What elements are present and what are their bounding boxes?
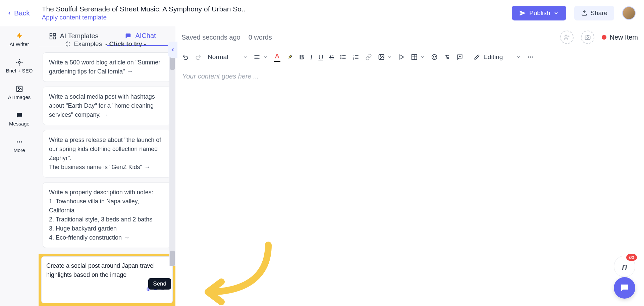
new-item-indicator[interactable]: New Item bbox=[602, 34, 638, 41]
rail-more[interactable]: More bbox=[0, 136, 39, 155]
send-icon bbox=[519, 10, 526, 16]
back-button[interactable]: Back bbox=[7, 9, 30, 17]
svg-marker-30 bbox=[400, 55, 404, 59]
document-title[interactable]: The Soulful Serenade of Street Music: A … bbox=[42, 4, 502, 13]
more-options-button[interactable] bbox=[527, 54, 534, 60]
play-icon bbox=[398, 54, 405, 60]
image-icon bbox=[378, 54, 385, 60]
arrow-right-icon: → bbox=[144, 163, 150, 172]
numbered-list-button[interactable]: 123 bbox=[353, 54, 359, 60]
chevron-down-icon[interactable] bbox=[263, 55, 268, 59]
user-avatar[interactable] bbox=[622, 6, 636, 20]
example-card[interactable]: Write a 500 word blog article on "Summer… bbox=[43, 52, 171, 82]
arrow-right-icon: → bbox=[127, 67, 133, 76]
rail-label: AI Images bbox=[8, 94, 31, 100]
align-left-icon bbox=[254, 54, 260, 60]
rail-label: Message bbox=[9, 121, 30, 127]
comment-button[interactable] bbox=[457, 54, 463, 60]
emoji-icon bbox=[431, 54, 438, 60]
style-label: Normal bbox=[208, 53, 228, 61]
example-card[interactable]: Write a property description with notes:… bbox=[43, 182, 171, 248]
rail-ai-images[interactable]: AI Images bbox=[0, 83, 39, 102]
paragraph-style-select[interactable]: Normal bbox=[208, 53, 248, 61]
main-area: AI Writer Brief + SEO AI Images Message … bbox=[0, 26, 644, 306]
table-icon bbox=[411, 54, 418, 60]
new-item-label: New Item bbox=[610, 34, 638, 41]
chevron-down-icon[interactable] bbox=[420, 55, 425, 59]
share-button[interactable]: Share bbox=[574, 6, 614, 20]
undo-icon bbox=[182, 54, 189, 60]
table-button[interactable] bbox=[411, 54, 418, 60]
emoji-button[interactable] bbox=[431, 54, 438, 60]
snapshot-button[interactable] bbox=[581, 31, 594, 44]
svg-point-36 bbox=[435, 56, 436, 57]
list-number-icon: 123 bbox=[353, 54, 359, 60]
rail-label: AI Writer bbox=[9, 41, 29, 47]
publish-button[interactable]: Publish bbox=[512, 6, 566, 20]
rail-label: Brief + SEO bbox=[6, 68, 33, 74]
panel-collapse-toggle[interactable] bbox=[168, 42, 177, 58]
scrollbar-thumb[interactable] bbox=[170, 251, 175, 266]
editor-toolbar: Normal A B I U S 123 Editing bbox=[175, 48, 644, 66]
notes-bubble[interactable]: n 61 bbox=[614, 256, 635, 277]
tab-label: AIChat bbox=[135, 32, 156, 40]
link-button[interactable] bbox=[365, 54, 372, 60]
bullet-list-button[interactable] bbox=[340, 54, 346, 60]
chevron-down-icon bbox=[516, 55, 521, 59]
redo-button[interactable] bbox=[195, 54, 202, 60]
list-bullet-icon bbox=[340, 54, 346, 60]
text-color-button[interactable]: A bbox=[274, 52, 280, 62]
arrow-right-icon: → bbox=[103, 110, 109, 119]
highlight-button[interactable] bbox=[286, 54, 293, 60]
svg-point-4 bbox=[19, 141, 20, 143]
chat-icon bbox=[124, 32, 132, 40]
publish-label: Publish bbox=[529, 9, 550, 17]
rail-label: More bbox=[13, 147, 25, 153]
svg-rect-8 bbox=[50, 37, 52, 39]
image-button[interactable] bbox=[378, 54, 385, 60]
clear-format-button[interactable] bbox=[444, 54, 450, 60]
mode-label: Editing bbox=[483, 53, 503, 61]
back-label: Back bbox=[14, 9, 30, 17]
chevron-down-icon[interactable] bbox=[387, 55, 392, 59]
svg-point-39 bbox=[528, 56, 529, 57]
examples-list[interactable]: Write a 500 word blog article on "Summer… bbox=[39, 50, 175, 251]
dots-icon bbox=[16, 138, 23, 146]
svg-text:3: 3 bbox=[353, 58, 354, 60]
share-label: Share bbox=[590, 9, 607, 17]
editor-body[interactable]: Your content goes here ... bbox=[175, 66, 644, 306]
video-button[interactable] bbox=[398, 54, 405, 60]
examples-title: Examples bbox=[74, 40, 102, 48]
underline-button[interactable]: U bbox=[318, 53, 323, 61]
svg-rect-7 bbox=[53, 33, 55, 35]
rail-message[interactable]: Message bbox=[0, 110, 39, 129]
highlighter-icon bbox=[286, 54, 293, 60]
header-actions: Publish Share bbox=[512, 6, 636, 20]
add-collaborator-button[interactable] bbox=[560, 31, 574, 44]
rail-brief-seo[interactable]: Brief + SEO bbox=[0, 57, 39, 76]
svg-point-0 bbox=[18, 61, 20, 63]
editing-mode-select[interactable]: Editing bbox=[474, 53, 521, 61]
word-count: 0 words bbox=[249, 34, 272, 41]
target-icon bbox=[16, 59, 23, 66]
bold-button[interactable]: B bbox=[299, 53, 304, 61]
tab-label: AI Templates bbox=[60, 32, 98, 40]
apply-template-link[interactable]: Apply content template bbox=[42, 13, 502, 22]
link-icon bbox=[365, 54, 372, 60]
rail-ai-writer[interactable]: AI Writer bbox=[0, 30, 39, 49]
example-card[interactable]: Write a social media post with hashtags … bbox=[43, 87, 171, 125]
examples-header: Examples - Click to try - bbox=[39, 40, 175, 50]
align-button[interactable] bbox=[254, 54, 260, 60]
intercom-bubble[interactable] bbox=[614, 277, 635, 299]
clear-format-icon bbox=[444, 54, 450, 60]
panel-scrollbar[interactable] bbox=[169, 46, 175, 266]
pencil-icon bbox=[474, 54, 480, 60]
comment-plus-icon bbox=[457, 54, 463, 60]
italic-button[interactable]: I bbox=[310, 53, 313, 61]
svg-rect-6 bbox=[50, 33, 52, 35]
svg-point-18 bbox=[341, 58, 341, 59]
undo-button[interactable] bbox=[182, 54, 189, 60]
example-card[interactable]: Write a press release about "the launch … bbox=[43, 130, 171, 177]
strikethrough-button[interactable]: S bbox=[329, 53, 334, 61]
editor-placeholder: Your content goes here ... bbox=[182, 72, 259, 80]
